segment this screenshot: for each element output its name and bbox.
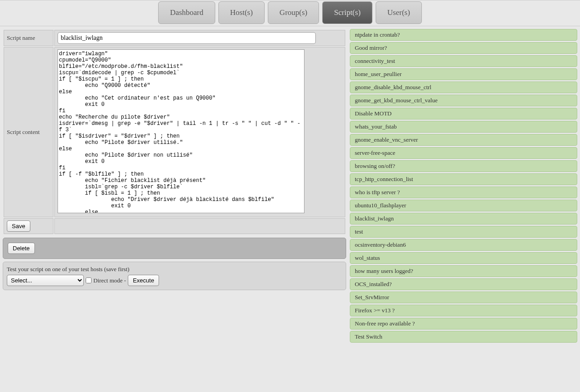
script-item[interactable]: gnome_enable_vnc_server [350,134,577,146]
script-item[interactable]: whats_your_fstab [350,121,577,133]
right-column: ntpdate in crontab?Good mirror?connectiv… [350,29,577,343]
delete-button[interactable]: Delete [8,243,35,254]
test-host-select[interactable]: Select... [7,275,84,286]
script-item[interactable]: connectivity_test [350,55,577,67]
script-item[interactable]: server-free-space [350,147,577,159]
script-item[interactable]: how many users logged? [350,265,577,277]
direct-mode-label: Direct mode - [93,277,126,284]
tab-groups[interactable]: Group(s) [268,1,319,24]
test-panel: Test your script on one of your test hos… [3,262,346,290]
script-item[interactable]: gnome_disable_kbd_mouse_ctrl [350,81,577,93]
script-name-input[interactable] [58,32,316,44]
script-item[interactable]: tcp_http_connection_list [350,173,577,185]
nav-tabs: DashboardHost(s)Group(s)Script(s)User(s) [0,0,580,26]
script-item[interactable]: Test Switch [350,331,577,343]
script-item[interactable]: Disable MOTD [350,108,577,120]
script-name-label: Script name [4,30,53,46]
script-item[interactable]: Set_SrvMirror [350,292,577,303]
script-content-textarea[interactable] [58,49,304,213]
execute-button[interactable]: Execute [128,275,159,286]
script-item[interactable]: ntpdate in crontab? [350,29,577,41]
script-item[interactable]: who is tftp server ? [350,186,577,198]
tab-hosts[interactable]: Host(s) [218,1,265,24]
script-item[interactable]: ocsinventory-debian6 [350,239,577,251]
script-list: ntpdate in crontab?Good mirror?connectiv… [350,29,577,343]
main-content: Script name Script content Save Delete [0,26,580,345]
tab-scripts[interactable]: Script(s) [322,1,372,24]
script-item[interactable]: gnome_get_kbd_mouse_ctrl_value [350,95,577,106]
delete-panel: Delete [3,238,346,259]
left-column: Script name Script content Save Delete [3,29,346,343]
script-item[interactable]: test [350,226,577,238]
script-form-table: Script name Script content Save [3,29,346,235]
test-panel-title: Test your script on one of your test hos… [7,266,342,273]
tab-users[interactable]: User(s) [376,1,422,24]
script-item[interactable]: OCS_installed? [350,278,577,290]
tab-dashboard[interactable]: Dashboard [158,1,215,24]
save-button[interactable]: Save [7,220,30,232]
script-item[interactable]: Firefox >= v13 ? [350,305,577,316]
script-item[interactable]: browsing on/off? [350,160,577,172]
script-item[interactable]: wol_status [350,252,577,264]
script-item[interactable]: blacklist_iwlagn [350,213,577,225]
script-item[interactable]: home_user_peullier [350,68,577,80]
direct-mode-checkbox[interactable] [86,277,92,283]
script-content-label: Script content [4,47,53,217]
script-item[interactable]: Non-free repo available ? [350,318,577,330]
script-item[interactable]: Good mirror? [350,42,577,54]
script-item[interactable]: ubuntu10_flashplayer [350,200,577,211]
